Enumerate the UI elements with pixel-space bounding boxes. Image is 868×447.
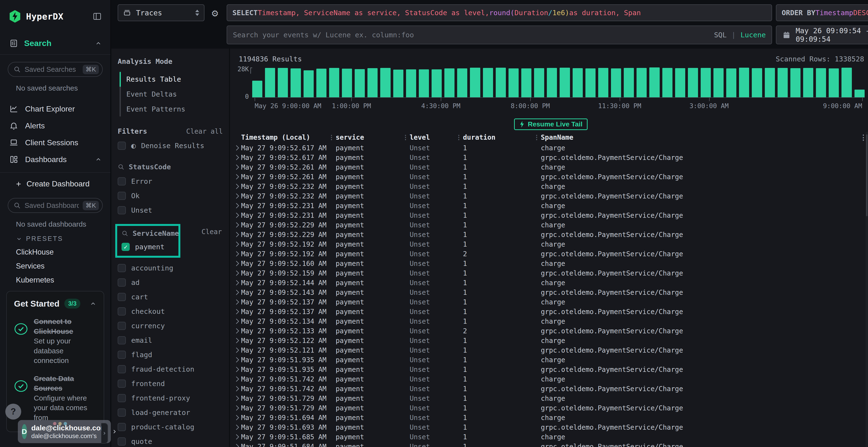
row-expand-chevron-icon[interactable] (230, 154, 241, 161)
clear-servicename-filter-button[interactable]: Clear (202, 228, 222, 236)
histogram-bar[interactable] (649, 67, 659, 97)
checkbox-icon[interactable] (118, 437, 126, 446)
checkbox-icon[interactable] (118, 192, 126, 200)
histogram-bar[interactable] (841, 68, 851, 97)
row-expand-chevron-icon[interactable] (230, 347, 241, 353)
histogram-bar[interactable] (675, 68, 685, 97)
histogram-bar[interactable] (572, 68, 583, 97)
filter-option-quote[interactable]: quote (118, 437, 223, 446)
histogram-bar[interactable] (432, 69, 442, 97)
filter-option-payment[interactable]: ✓payment (122, 243, 175, 251)
filter-option-cart[interactable]: cart (118, 293, 223, 301)
saved-dashboards-field[interactable] (25, 202, 79, 209)
chevron-up-icon[interactable] (90, 300, 96, 307)
histogram-bar[interactable] (393, 70, 403, 97)
row-expand-chevron-icon[interactable] (230, 318, 241, 324)
histogram-bar[interactable] (342, 69, 352, 97)
row-expand-chevron-icon[interactable] (230, 328, 241, 334)
row-expand-chevron-icon[interactable] (230, 386, 241, 392)
histogram-bar[interactable] (380, 68, 390, 97)
histogram-bar[interactable] (496, 68, 506, 97)
get-started-item[interactable]: Connect to ClickHouseSet up your databas… (14, 317, 96, 366)
search-icon[interactable] (118, 164, 124, 170)
search-icon[interactable] (122, 230, 128, 237)
checkbox-icon[interactable] (118, 336, 126, 344)
histogram-bar[interactable] (585, 68, 595, 97)
table-row[interactable]: May 27 9:09:51.685 AMpaymentUnset1charge (230, 432, 866, 442)
filter-option-email[interactable]: email (118, 336, 223, 344)
source-settings-gear-icon[interactable]: ⚙ (212, 7, 218, 19)
row-expand-chevron-icon[interactable] (230, 260, 241, 267)
table-row[interactable]: May 27 9:09:52.134 AMpaymentUnset1charge (230, 316, 866, 326)
table-row[interactable]: May 27 9:09:51.742 AMpaymentUnset1charge (230, 374, 866, 384)
sidebar-item-alerts[interactable]: Alerts (0, 117, 111, 134)
histogram-bar[interactable] (278, 68, 288, 97)
checkbox-icon[interactable] (118, 278, 126, 286)
checkbox-icon[interactable] (118, 409, 126, 417)
row-expand-chevron-icon[interactable] (230, 203, 241, 209)
sidebar-item-chart-explorer[interactable]: Chart Explorer (0, 100, 111, 117)
source-selector[interactable]: Traces (118, 4, 205, 21)
histogram-bar[interactable] (329, 68, 339, 97)
histogram-bar[interactable] (316, 69, 327, 97)
histogram-bar[interactable] (547, 68, 557, 97)
preset-kubernetes[interactable]: Kubernetes (0, 271, 111, 284)
histogram-bar[interactable] (508, 68, 519, 97)
event-search-input[interactable] (233, 31, 709, 39)
preset-clickhouse[interactable]: ClickHouse (0, 243, 111, 256)
filter-option-currency[interactable]: currency (118, 322, 223, 330)
sql-orderby-input[interactable]: ORDER BY Timestamp DESC (776, 4, 868, 21)
checkbox-icon[interactable] (118, 142, 126, 150)
col-header-spanname[interactable]: SpanName (541, 133, 860, 141)
results-histogram[interactable]: 28K 0 (252, 67, 865, 97)
table-row[interactable]: May 27 9:09:52.232 AMpaymentUnset1charge (230, 182, 866, 191)
scrollbar-thumb[interactable] (866, 134, 868, 216)
checkbox-icon[interactable] (118, 293, 126, 301)
filter-option-flagd[interactable]: flagd (118, 351, 223, 359)
row-expand-chevron-icon[interactable] (230, 232, 241, 238)
histogram-bar[interactable] (368, 68, 378, 97)
histogram-bar[interactable] (598, 68, 608, 97)
row-expand-chevron-icon[interactable] (230, 424, 241, 431)
table-row[interactable]: May 27 9:09:52.160 AMpaymentUnset1charge (230, 259, 866, 268)
presets-toggle[interactable]: PRESETS (0, 228, 111, 243)
filter-option-error[interactable]: Error (118, 177, 223, 185)
sidebar-item-dashboards[interactable]: Dashboards (0, 151, 111, 168)
histogram-bar[interactable] (624, 68, 634, 97)
row-expand-chevron-icon[interactable] (230, 309, 241, 315)
checkbox-icon[interactable] (118, 394, 126, 402)
row-expand-chevron-icon[interactable] (230, 299, 241, 305)
analysis-mode-results-table[interactable]: Results Table (118, 72, 223, 87)
histogram-bar[interactable] (739, 68, 749, 97)
checkbox-icon[interactable] (118, 365, 126, 373)
table-row[interactable]: May 27 9:09:51.694 AMpaymentUnset1charge (230, 413, 866, 422)
table-row[interactable]: May 27 9:09:52.229 AMpaymentUnset1charge (230, 220, 866, 230)
clear-all-filters-button[interactable]: Clear all (186, 128, 223, 135)
column-separator[interactable]: ⋮ (402, 134, 410, 141)
column-separator[interactable]: ⋮ (329, 134, 336, 141)
denoise-results-checkbox[interactable]: ◐ Denoise Results (118, 142, 223, 150)
histogram-bar[interactable] (419, 69, 429, 97)
histogram-bar[interactable] (355, 69, 365, 97)
get-started-item[interactable]: Create Data SourcesConfigure where your … (14, 374, 96, 423)
table-row[interactable]: May 27 9:09:52.159 AMpaymentUnset1grpc.o… (230, 268, 866, 278)
filter-option-checkout[interactable]: checkout (118, 307, 223, 315)
table-row[interactable]: May 27 9:09:52.231 AMpaymentUnset1charge (230, 201, 866, 210)
filter-option-unset[interactable]: Unset (118, 206, 223, 214)
histogram-bar[interactable] (778, 68, 788, 97)
row-expand-chevron-icon[interactable] (230, 251, 241, 257)
sidebar-item-client-sessions[interactable]: Client Sessions (0, 134, 111, 151)
histogram-bar[interactable] (252, 81, 262, 97)
row-expand-chevron-icon[interactable] (230, 357, 241, 363)
sidebar-collapse-handle[interactable] (101, 423, 108, 444)
table-row[interactable]: May 27 9:09:52.121 AMpaymentUnset1grpc.o… (230, 345, 866, 355)
sql-select-input[interactable]: SELECT Timestamp, ServiceName as service… (227, 4, 772, 21)
table-row[interactable]: May 27 9:09:51.729 AMpaymentUnset1charge (230, 393, 866, 403)
row-expand-chevron-icon[interactable] (230, 337, 241, 344)
filter-option-frontend[interactable]: frontend (118, 380, 223, 388)
table-row[interactable]: May 27 9:09:52.261 AMpaymentUnset1grpc.o… (230, 172, 866, 182)
saved-searches-input[interactable]: ⌘K (8, 62, 103, 77)
sidebar-collapse-icon[interactable] (93, 12, 102, 21)
filter-option-load-generator[interactable]: load-generator (118, 409, 223, 417)
resume-live-tail-button[interactable]: Resume Live Tail (514, 118, 588, 130)
